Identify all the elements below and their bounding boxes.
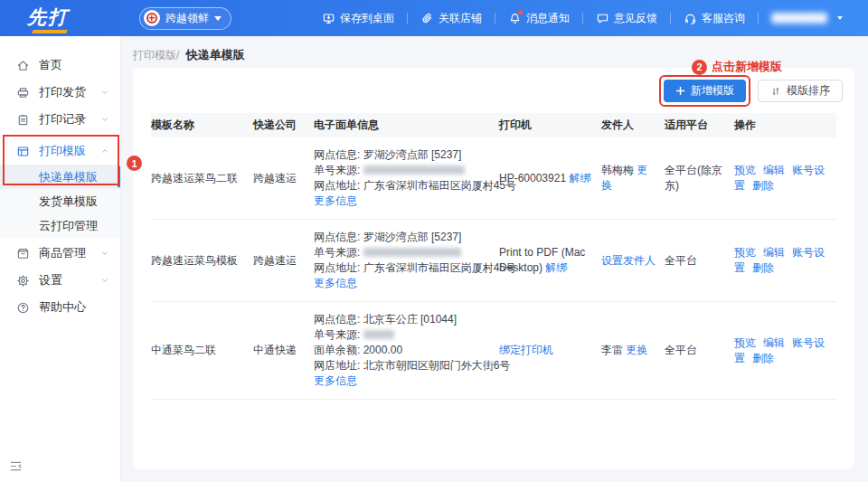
sidebar-item-label: 帮助中心 xyxy=(39,299,86,316)
sidebar-item-gear[interactable]: 设置 xyxy=(0,267,120,294)
more-info-link[interactable]: 更多信息 xyxy=(314,194,357,207)
sheet-info-label: 单号来源: xyxy=(314,328,363,341)
topbar-item-save-desktop[interactable]: 保存到桌面 xyxy=(322,11,394,26)
user-account[interactable] xyxy=(771,13,843,24)
more-info-link[interactable]: 更多信息 xyxy=(314,374,357,387)
sheet-info-value: 北京市朝阳区朝阳门外大街6号 xyxy=(363,359,511,372)
sheet-info-label: 网点信息: xyxy=(314,148,363,161)
topbar-item-support[interactable]: 客服咨询 xyxy=(684,11,745,26)
action-link[interactable]: 删除 xyxy=(752,352,774,364)
sidebar-item-help[interactable]: 帮助中心 xyxy=(0,294,120,321)
notifications-icon xyxy=(508,12,522,25)
sheet-info-label: 网店地址: xyxy=(314,359,363,372)
sidebar-item-label: 打印模版 xyxy=(39,143,86,159)
sheet-info-label: 面单余额: xyxy=(314,344,363,356)
column-header: 打印机 xyxy=(499,118,601,133)
sheet-info-value: 北京车公庄 [01044] xyxy=(363,313,457,326)
store-selector[interactable]: 跨越领鲜 xyxy=(139,7,231,30)
collapse-sidebar-icon[interactable] xyxy=(9,459,23,476)
cell-platform: 全平台 xyxy=(665,343,734,358)
topbar-item-label: 意见反馈 xyxy=(614,11,657,26)
sidebar-item-label: 首页 xyxy=(39,57,62,73)
cell-template-name: 跨越速运菜鸟二联 xyxy=(151,171,253,186)
store-selector-label: 跨越领鲜 xyxy=(165,11,209,26)
topbar-item-label: 消息通知 xyxy=(526,11,570,26)
topbar-item-feedback[interactable]: 意见反馈 xyxy=(596,11,657,26)
sidebar-subitem[interactable]: 快递单模版 xyxy=(0,165,120,189)
action-link[interactable]: 预览 xyxy=(734,164,756,176)
chevron-up-icon xyxy=(100,146,109,156)
action-link[interactable]: 删除 xyxy=(752,179,774,192)
gear-icon xyxy=(16,274,30,288)
save-desktop-icon xyxy=(322,12,335,25)
table-row: 跨越速运菜鸟模板跨越速运网点信息: 罗湖沙湾点部 [5237]单号来源: 网点地… xyxy=(151,220,836,302)
chevron-down-icon xyxy=(100,249,109,258)
action-link[interactable]: 删除 xyxy=(752,261,774,274)
printer-icon xyxy=(16,86,30,99)
sort-templates-button[interactable]: 模版排序 xyxy=(758,80,843,102)
topbar-item-notifications[interactable]: 消息通知 xyxy=(508,11,570,26)
chevron-down-icon xyxy=(837,16,843,20)
action-link[interactable]: 预览 xyxy=(734,246,756,259)
cell-company: 跨越速运 xyxy=(253,253,314,269)
sidebar-item-home[interactable]: 首页 xyxy=(0,52,120,79)
divider xyxy=(670,13,671,24)
chevron-down-icon xyxy=(100,115,109,124)
breadcrumb-parent[interactable]: 打印模版/ xyxy=(133,49,179,61)
sender-name: 李雷 xyxy=(601,344,626,356)
column-header: 发件人 xyxy=(601,118,665,133)
change-sender-link[interactable]: 更换 xyxy=(626,344,647,356)
sidebar-subitem[interactable]: 发货单模版 xyxy=(0,189,120,213)
divider xyxy=(495,13,495,24)
topbar-item-link-shop[interactable]: 关联店铺 xyxy=(420,11,482,26)
action-link[interactable]: 预览 xyxy=(734,336,756,349)
redacted-value xyxy=(363,248,461,257)
breadcrumb-current: 快递单模版 xyxy=(186,48,245,61)
unbind-printer-link[interactable]: 解绑 xyxy=(569,172,590,184)
chevron-down-icon xyxy=(100,276,109,285)
add-template-button[interactable]: 新增模版 xyxy=(664,80,746,102)
templates-table: 模板名称快递公司电子面单信息打印机发件人适用平台操作 跨越速运菜鸟二联跨越速运网… xyxy=(151,113,836,400)
column-header: 模板名称 xyxy=(151,118,253,133)
sheet-info-label: 网点地址: xyxy=(314,179,363,192)
help-icon xyxy=(16,301,30,315)
set-sender-link[interactable]: 设置发件人 xyxy=(601,254,656,267)
cell-actions: 预览编辑账号设置删除 xyxy=(734,163,836,194)
sidebar: 首页打印发货打印记录打印模版快递单模版发货单模版云打印管理商品管理设置帮助中心 xyxy=(0,36,121,482)
cell-template-name: 中通菜鸟二联 xyxy=(151,343,253,358)
home-icon xyxy=(16,59,30,72)
chevron-down-icon xyxy=(100,88,109,97)
more-info-link[interactable]: 更多信息 xyxy=(314,277,357,289)
action-link[interactable]: 编辑 xyxy=(763,336,785,349)
sheet-info-label: 单号来源: xyxy=(314,164,363,176)
printer-name: HP-60003921 xyxy=(499,172,569,184)
column-header: 操作 xyxy=(734,118,836,133)
sidebar-item-clipboard[interactable]: 打印记录 xyxy=(0,106,120,133)
topbar-item-label: 保存到桌面 xyxy=(340,11,394,26)
cell-printer: Print to PDF (Mac Desktop) 解绑 xyxy=(499,245,601,276)
bind-printer-link[interactable]: 绑定打印机 xyxy=(499,344,553,356)
sidebar-submenu: 快递单模版发货单模版云打印管理 xyxy=(0,165,120,238)
annotation-step1-badge: 1 xyxy=(127,156,142,171)
printer-name: Print to PDF (Mac Desktop) xyxy=(499,246,585,274)
cell-platform: 全平台(除京东) xyxy=(665,163,734,194)
sheet-info-line: 网点地址: 广东省深圳市福田区岗厦村45号 xyxy=(314,260,490,276)
sidebar-item-printer[interactable]: 打印发货 xyxy=(0,79,120,106)
cell-sheet-info: 网点信息: 北京车公庄 [01044]单号来源: 面单余额: 2000.00网店… xyxy=(314,312,499,389)
feedback-icon xyxy=(596,12,609,25)
sheet-info-label: 网点信息: xyxy=(314,231,363,243)
sidebar-subitem[interactable]: 云打印管理 xyxy=(0,213,120,238)
redacted-value xyxy=(363,330,394,339)
divider xyxy=(582,13,583,24)
box-icon xyxy=(16,247,30,260)
action-link[interactable]: 编辑 xyxy=(763,246,785,259)
template-icon xyxy=(16,145,30,158)
sidebar-item-template[interactable]: 打印模版 xyxy=(0,137,120,165)
sheet-info-label: 网点信息: xyxy=(314,313,363,326)
cell-actions: 预览编辑账号设置删除 xyxy=(734,245,836,276)
unbind-printer-link[interactable]: 解绑 xyxy=(545,261,567,274)
topbar-menu: 保存到桌面关联店铺消息通知意见反馈客服咨询 xyxy=(322,11,843,26)
action-link[interactable]: 编辑 xyxy=(763,164,785,176)
sidebar-item-box[interactable]: 商品管理 xyxy=(0,240,120,267)
sort-icon xyxy=(770,86,781,97)
